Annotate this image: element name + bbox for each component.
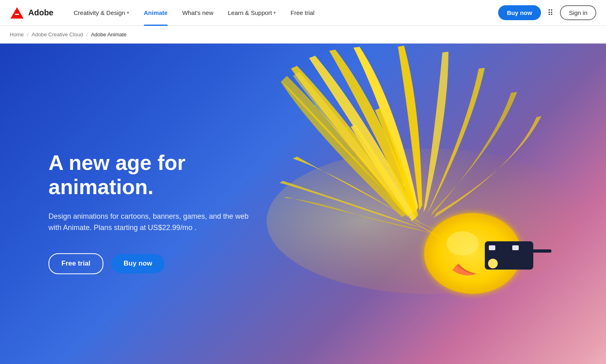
svg-point-16 — [363, 144, 364, 145]
hero-section: A new age for animation. Design animatio… — [0, 44, 606, 364]
svg-point-18 — [330, 115, 332, 117]
svg-point-15 — [387, 163, 389, 166]
svg-rect-10 — [505, 249, 510, 253]
svg-rect-13 — [531, 249, 551, 253]
breadcrumb-creative-cloud[interactable]: Adobe Creative Cloud — [32, 31, 83, 38]
svg-point-19 — [314, 105, 316, 107]
chevron-down-icon: ▾ — [274, 10, 276, 15]
breadcrumb-separator-2: / — [86, 31, 88, 38]
nav-learn-support[interactable]: Learn & Support ▾ — [221, 0, 283, 26]
adobe-logo-link[interactable]: Adobe — [10, 6, 53, 20]
hero-content: A new age for animation. Design animatio… — [48, 151, 283, 274]
adobe-logo-icon — [10, 6, 24, 20]
svg-rect-12 — [512, 245, 519, 250]
hero-buttons: Free trial Buy now — [48, 253, 283, 274]
chevron-down-icon: ▾ — [127, 10, 129, 15]
hero-title: A new age for animation. — [48, 151, 283, 199]
svg-point-22 — [419, 200, 421, 202]
nav-animate[interactable]: Animate — [137, 0, 175, 26]
hero-illustration — [234, 44, 606, 364]
nav-creativity-design[interactable]: Creativity & Design ▾ — [66, 0, 137, 26]
breadcrumb-separator-1: / — [27, 31, 29, 38]
svg-point-6 — [446, 231, 479, 255]
nav-free-trial[interactable]: Free trial — [283, 0, 322, 26]
svg-rect-11 — [489, 245, 495, 250]
svg-rect-3 — [15, 14, 19, 15]
main-nav: Adobe Creativity & Design ▾ Animate What… — [0, 0, 606, 26]
brand-name: Adobe — [28, 8, 53, 17]
breadcrumb-current-page: Adobe Animate — [91, 31, 126, 38]
nav-buy-now-button[interactable]: Buy now — [498, 5, 541, 20]
svg-point-14 — [488, 259, 498, 268]
hero-subtitle: Design animations for cartoons, banners,… — [48, 211, 259, 234]
breadcrumb: Home / Adobe Creative Cloud / Adobe Anim… — [0, 26, 606, 44]
apps-grid-icon[interactable]: ⠿ — [547, 8, 553, 18]
svg-point-20 — [403, 184, 405, 186]
sign-in-button[interactable]: Sign in — [560, 5, 596, 20]
svg-point-21 — [375, 160, 377, 161]
hero-free-trial-button[interactable]: Free trial — [48, 253, 103, 274]
svg-point-17 — [347, 128, 349, 130]
nav-actions: Buy now ⠿ Sign in — [498, 5, 596, 20]
hero-buy-now-button[interactable]: Buy now — [112, 254, 164, 274]
svg-point-4 — [267, 149, 590, 294]
breadcrumb-home[interactable]: Home — [10, 31, 24, 38]
nav-links: Creativity & Design ▾ Animate What's new… — [66, 0, 498, 26]
nav-whats-new[interactable]: What's new — [175, 0, 221, 26]
